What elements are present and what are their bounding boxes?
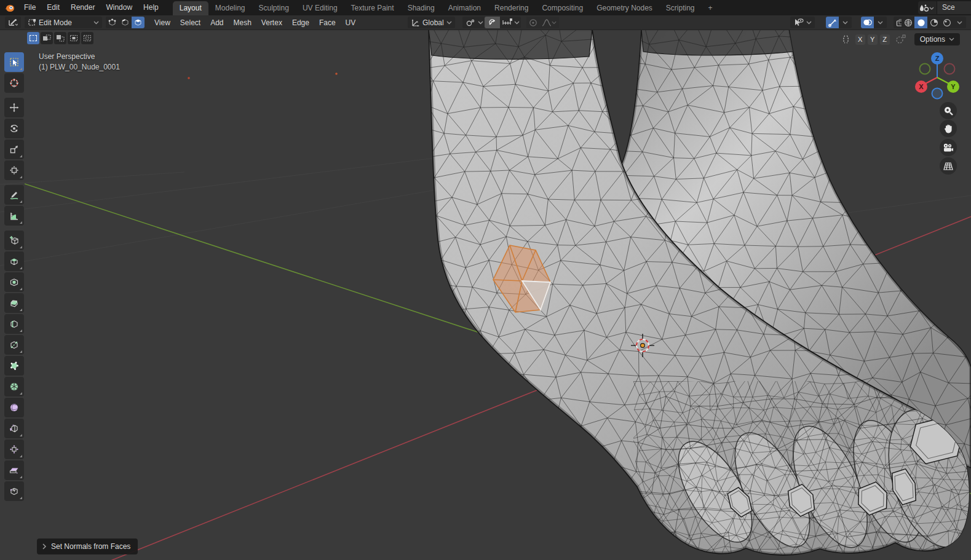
rip-region-tool[interactable] xyxy=(4,481,24,501)
poly-build-tool[interactable] xyxy=(4,356,24,376)
menu-add[interactable]: Add xyxy=(205,15,228,30)
select-box-tool[interactable] xyxy=(4,52,24,72)
mode-dropdown[interactable]: Edit Mode xyxy=(25,17,102,28)
vertex-select-button[interactable] xyxy=(106,17,119,28)
knife-tool[interactable] xyxy=(4,335,24,355)
options-dropdown[interactable]: Options xyxy=(914,33,960,45)
pan-button[interactable] xyxy=(940,120,957,137)
gizmos-toggle[interactable] xyxy=(826,17,839,28)
snap-group xyxy=(485,17,521,28)
shading-dropdown[interactable] xyxy=(953,17,966,28)
shear-tool[interactable] xyxy=(4,460,24,480)
viewport-3d[interactable] xyxy=(0,0,971,560)
annotate-tool[interactable] xyxy=(4,185,24,205)
edge-slide-tool[interactable] xyxy=(4,419,24,438)
overlays-toggle[interactable] xyxy=(861,17,874,28)
camera-icon xyxy=(943,143,954,152)
select-mode-set-button[interactable] xyxy=(27,32,39,44)
snap-increment-icon xyxy=(502,18,514,26)
tab-animation[interactable]: Animation xyxy=(442,1,488,15)
tab-uv-editing[interactable]: UV Editing xyxy=(296,1,344,15)
tab-layout[interactable]: Layout xyxy=(173,1,208,15)
gizmo-y-axis[interactable]: Y xyxy=(947,81,959,93)
smooth-tool[interactable] xyxy=(4,398,24,417)
operator-panel[interactable]: Set Normals from Faces xyxy=(37,538,138,554)
menu-window[interactable]: Window xyxy=(100,0,138,15)
tab-geometry-nodes[interactable]: Geometry Nodes xyxy=(590,1,659,15)
add-cube-tool[interactable] xyxy=(4,231,24,250)
proportional-falloff-dropdown[interactable] xyxy=(539,17,559,28)
scene-selector[interactable]: Sce xyxy=(918,1,971,14)
gizmos-dropdown[interactable] xyxy=(839,17,852,28)
navigation-gizmo[interactable]: Z X Y xyxy=(909,50,965,107)
menu-edge[interactable]: Edge xyxy=(287,15,314,30)
menu-edit[interactable]: Edit xyxy=(41,0,65,15)
overlays-dropdown[interactable] xyxy=(874,17,887,28)
menu-help[interactable]: Help xyxy=(138,0,164,15)
menu-view[interactable]: View xyxy=(149,15,175,30)
shading-wireframe-button[interactable] xyxy=(902,17,914,28)
gizmos-group xyxy=(826,17,852,28)
menu-mesh[interactable]: Mesh xyxy=(229,15,256,30)
move-tool[interactable] xyxy=(4,98,24,117)
mirror-icon xyxy=(840,34,852,44)
shear-icon xyxy=(9,465,19,475)
shading-material-button[interactable] xyxy=(927,17,940,28)
transform-orientation-dropdown[interactable]: Global xyxy=(408,17,455,28)
add-workspace-button[interactable]: + xyxy=(702,1,719,15)
scale-tool[interactable] xyxy=(4,140,24,159)
shading-rendered-button[interactable] xyxy=(940,17,953,28)
gizmo-x-axis[interactable]: X xyxy=(915,81,927,93)
select-mode-intersect-button[interactable] xyxy=(81,32,93,44)
transform-tool[interactable] xyxy=(4,160,24,180)
show-object-types-dropdown[interactable] xyxy=(790,17,815,28)
inset-faces-tool[interactable] xyxy=(4,272,24,292)
menu-render[interactable]: Render xyxy=(65,0,100,15)
gizmo-z-axis[interactable]: Z xyxy=(931,52,943,65)
select-mode-invert-button[interactable] xyxy=(68,32,80,44)
loop-cut-tool[interactable] xyxy=(4,314,24,334)
menu-file[interactable]: File xyxy=(18,0,41,15)
toggle-orthographic-button[interactable] xyxy=(940,157,957,175)
edge-select-button[interactable] xyxy=(119,17,132,28)
gizmo-neg-x-axis[interactable] xyxy=(945,64,955,74)
shrink-fatten-tool[interactable] xyxy=(4,440,24,459)
axis-y-button[interactable]: Y xyxy=(868,34,878,45)
camera-view-button[interactable] xyxy=(940,139,957,156)
gizmo-neg-y-axis[interactable] xyxy=(920,64,930,74)
tab-scripting[interactable]: Scripting xyxy=(659,1,702,15)
proportional-editing-toggle[interactable] xyxy=(526,17,539,28)
snap-to-dropdown[interactable] xyxy=(500,17,521,28)
edit-mode-icon xyxy=(28,18,36,26)
cursor-tool[interactable] xyxy=(4,73,24,93)
snap-toggle[interactable] xyxy=(485,17,500,28)
select-mode-subtract-button[interactable] xyxy=(54,32,66,44)
axis-x-button[interactable]: X xyxy=(855,34,865,45)
gizmo-neg-z-axis[interactable] xyxy=(932,89,943,99)
tab-shading[interactable]: Shading xyxy=(401,1,442,15)
spin-tool[interactable] xyxy=(4,377,24,396)
select-mode-extend-button[interactable] xyxy=(41,32,53,44)
menu-face[interactable]: Face xyxy=(314,15,341,30)
axis-z-button[interactable]: Z xyxy=(880,34,890,45)
shading-modes xyxy=(902,17,966,28)
rotate-tool[interactable] xyxy=(4,119,24,138)
tab-sculpting[interactable]: Sculpting xyxy=(252,1,296,15)
zoom-button[interactable] xyxy=(940,102,957,119)
face-select-button[interactable] xyxy=(132,17,145,28)
inset-faces-icon xyxy=(9,277,19,287)
extrude-region-tool[interactable] xyxy=(4,251,24,271)
pivot-point-dropdown[interactable] xyxy=(462,17,486,28)
tab-modeling[interactable]: Modeling xyxy=(208,1,252,15)
tab-compositing[interactable]: Compositing xyxy=(535,1,590,15)
bevel-tool[interactable] xyxy=(4,293,24,313)
menu-vertex[interactable]: Vertex xyxy=(256,15,287,30)
tab-rendering[interactable]: Rendering xyxy=(488,1,535,15)
menu-select[interactable]: Select xyxy=(175,15,205,30)
editor-type-button[interactable] xyxy=(5,17,21,28)
tab-texture-paint[interactable]: Texture Paint xyxy=(344,1,401,15)
menu-uv[interactable]: UV xyxy=(341,15,361,30)
transform-icon xyxy=(9,165,19,175)
measure-tool[interactable] xyxy=(4,206,24,226)
shading-solid-button[interactable] xyxy=(914,17,927,28)
